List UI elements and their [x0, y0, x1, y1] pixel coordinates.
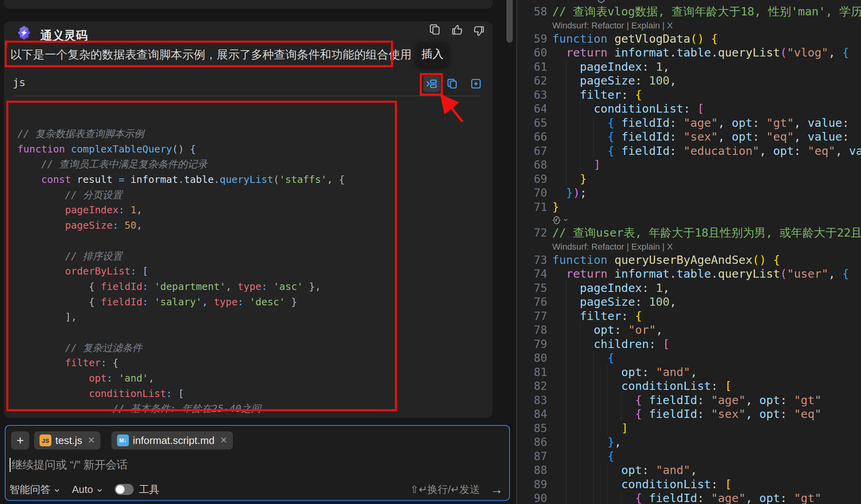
thumbs-down-icon[interactable]: [472, 24, 486, 38]
copy-code-icon[interactable]: [446, 77, 459, 90]
line-number: 78: [517, 323, 547, 337]
line-number: 69: [517, 172, 547, 186]
line-number: 61: [517, 60, 547, 74]
line-number: 84: [517, 407, 547, 421]
code-line: filter: {: [17, 355, 484, 371]
line-number: 80: [517, 351, 547, 365]
chat-input-box[interactable]: + JS test.js ✕ M↓ informat.script.md ✕ 继…: [5, 425, 510, 501]
inline-ai-icon-clipped: [596, 0, 606, 5]
codelens-actions[interactable]: Windsurf: Refactor | Explain | X: [552, 20, 673, 32]
lingma-logo-icon: [17, 25, 32, 40]
code-editor[interactable]: 58// 查询表vlog数据, 查询年龄大于18, 性别'man', 学历'10…: [517, 0, 861, 504]
codelens-row[interactable]: Windsurf: Refactor | Explain | X: [517, 19, 861, 32]
mode-dropdown[interactable]: 智能问答: [9, 483, 51, 496]
codelens-row[interactable]: Windsurf: Refactor | Explain | X: [517, 240, 861, 253]
editor-line: 85 ]: [517, 421, 861, 436]
editor-line: 67 { fieldId: "education", opt: "eq", va…: [517, 144, 861, 158]
line-number: 86: [517, 435, 547, 449]
ide-window: // 复杂数据表查询脚本示例function complexTableQuery…: [0, 0, 861, 504]
line-number: 58: [517, 5, 547, 19]
editor-line: 74 return informat.table.queryList("user…: [517, 267, 861, 281]
line-number: 81: [517, 365, 547, 380]
chip-label: informat.script.md: [133, 434, 215, 447]
code-line: [17, 325, 484, 340]
editor-line: 72// 查询user表, 年龄大于18且性别为男, 或年龄大于22且性别为女: [517, 226, 861, 240]
editor-line: 69 }: [517, 172, 861, 186]
code-line: // 复杂过滤条件: [17, 340, 484, 356]
editor-line: 59function getVlogData() {: [517, 32, 861, 46]
line-number: 71: [517, 200, 547, 214]
inline-ai-icon[interactable]: [552, 214, 569, 226]
context-chip-testjs[interactable]: JS test.js ✕: [34, 431, 100, 449]
assistant-title: 通义灵码: [40, 28, 88, 44]
editor-line: 66 { fieldId: "sex", opt: "eq", value:: [517, 130, 861, 144]
code-line: // 分页设置: [17, 188, 484, 203]
code-line: { fieldId: 'age', opt: 'ge', value: 25 }…: [17, 417, 484, 418]
code-line: opt: 'and',: [17, 371, 484, 386]
model-dropdown[interactable]: Auto: [72, 483, 93, 496]
tools-toggle[interactable]: [115, 484, 134, 495]
line-number: 64: [517, 102, 547, 116]
editor-line: 65 { fieldId: "age", opt: "gt", value:: [517, 116, 861, 130]
js-file-icon: JS: [40, 434, 51, 446]
line-number: 62: [517, 74, 547, 88]
toggle-knob: [116, 485, 125, 494]
editor-line: 68 ]: [517, 158, 861, 172]
editor-line: 70 });: [517, 186, 861, 200]
markdown-file-icon: M↓: [117, 434, 129, 446]
context-chip-informat-script[interactable]: M↓ informat.script.md ✕: [111, 431, 233, 449]
editor-line: 80 {: [517, 351, 861, 365]
editor-line: 78 opt: "or",: [517, 323, 861, 337]
add-to-file-icon[interactable]: [470, 77, 482, 90]
editor-line: 84 { fieldId: "sex", opt: "eq": [517, 407, 861, 421]
editor-line: 83 { fieldId: "age", opt: "gt": [517, 393, 861, 408]
tools-label: 工具: [139, 483, 160, 496]
assistant-response-card: // 复杂数据表查询脚本示例function complexTableQuery…: [4, 21, 493, 418]
line-number: 77: [517, 309, 547, 323]
code-line: pageIndex: 1,: [17, 203, 484, 218]
line-number: 79: [517, 337, 547, 352]
close-icon[interactable]: ✕: [86, 435, 95, 446]
code-line: // 基本条件: 年龄在25-40之间: [17, 401, 484, 417]
editor-line: 64 conditionList: [: [517, 102, 861, 116]
chevron-down-icon[interactable]: [53, 487, 61, 495]
copy-message-icon[interactable]: [428, 23, 442, 36]
code-line: // 查询员工表中满足复杂条件的记录: [17, 157, 484, 172]
editor-line: 76 pageSize: 100,: [517, 295, 861, 309]
thumbs-up-icon[interactable]: [450, 23, 464, 36]
line-number: 66: [517, 130, 547, 144]
editor-lines: 58// 查询表vlog数据, 查询年龄大于18, 性别'man', 学历'10…: [517, 5, 861, 504]
code-line: // 排序设置: [17, 249, 484, 264]
code-line: const result = informat.table.queryList(…: [17, 172, 484, 188]
line-number: 83: [517, 393, 547, 408]
code-header-divider: [13, 96, 481, 96]
code-line: { fieldId: 'department', type: 'asc' },: [17, 279, 484, 295]
chat-scrollbar-thumb[interactable]: [506, 0, 513, 43]
input-placeholder: 继续提问或 “/” 新开会话: [11, 457, 128, 472]
editor-line: 79 children: [: [517, 337, 861, 352]
codelens-actions[interactable]: Windsurf: Refactor | Explain | X: [552, 241, 673, 253]
editor-line: 75 pageIndex: 1,: [517, 281, 861, 295]
editor-line: 71}: [517, 200, 861, 214]
line-number: 67: [517, 144, 547, 158]
line-number: 68: [517, 158, 547, 172]
send-shortcut-hint: ⇧↵换行/↵发送: [410, 483, 480, 496]
send-button[interactable]: →: [490, 482, 503, 497]
close-icon[interactable]: ✕: [219, 435, 227, 446]
line-number: 72: [517, 226, 547, 240]
editor-line: 62 pageSize: 100,: [517, 74, 861, 88]
line-number: 76: [517, 295, 547, 309]
text-cursor: [9, 458, 11, 472]
code-line: { fieldId: 'salary', type: 'desc' }: [17, 295, 484, 310]
editor-line: 88 opt: "and",: [517, 463, 861, 478]
assistant-intro-text: 以下是一个复杂的数据表查询脚本示例，展示了多种查询条件和功能的组合使用：: [10, 47, 423, 63]
add-context-button[interactable]: +: [11, 431, 29, 449]
insert-code-button[interactable]: [423, 75, 440, 92]
code-line: // 复杂数据表查询脚本示例: [17, 126, 484, 142]
line-number: 63: [517, 88, 547, 102]
code-language-label: js: [13, 76, 26, 88]
chevron-down-icon[interactable]: [96, 487, 104, 495]
code-line: ],: [17, 310, 484, 325]
line-number: 85: [517, 421, 547, 436]
message-input[interactable]: 继续提问或 “/” 新开会话: [9, 457, 128, 472]
